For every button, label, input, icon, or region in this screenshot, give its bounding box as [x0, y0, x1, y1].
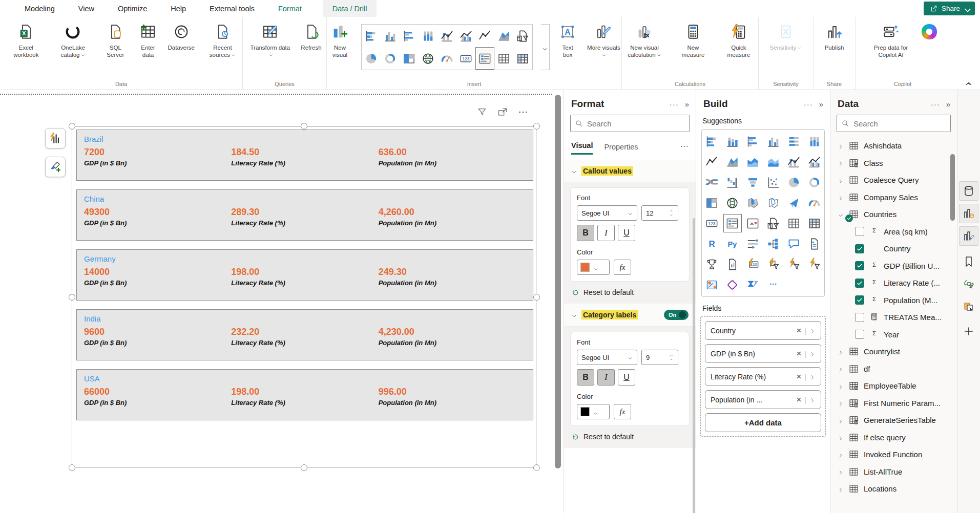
data-pane-scrollbar[interactable] [950, 154, 955, 221]
collapse-ribbon-icon[interactable] [964, 80, 973, 87]
visual-type-globe[interactable] [722, 193, 743, 213]
format-tab-visual[interactable]: Visual [571, 141, 593, 155]
field-well-country[interactable]: Country×| [705, 321, 821, 340]
field-item-year[interactable]: ΣYear [830, 326, 957, 344]
visual-type-waterfall[interactable] [722, 172, 743, 193]
visual-type-bolt-dot-filter[interactable] [804, 254, 825, 274]
reset-to-default-link[interactable]: Reset to default [570, 426, 690, 442]
visual-type-stacked-bar[interactable] [702, 131, 722, 152]
color-picker[interactable] [577, 260, 610, 275]
visual-type-pie[interactable] [784, 172, 804, 193]
visual-type-gauge[interactable] [804, 193, 825, 213]
gallery-visual-gauge[interactable] [437, 47, 456, 70]
ribbon-button-transform-data[interactable]: Transform data [247, 23, 293, 59]
font-size-stepper[interactable]: 9 [641, 350, 678, 365]
visual-type-scatter[interactable] [763, 172, 784, 193]
menu-item-format[interactable]: Format [276, 2, 304, 16]
card-row-china[interactable]: China49300GDP (in $ Bn)289.30Literacy Ra… [76, 189, 533, 241]
visual-type-r-script[interactable]: R [702, 233, 722, 254]
visual-type-bolt-filter[interactable] [763, 254, 784, 274]
table-item-if-else-query[interactable]: If else query [830, 429, 957, 446]
visual-type-decomposition-tree[interactable] [763, 233, 784, 254]
visual-type-stacked-area[interactable] [743, 152, 763, 172]
chevron-right-icon[interactable] [838, 452, 844, 458]
format-search-input[interactable] [587, 119, 685, 128]
copilot-logo-icon[interactable] [922, 24, 937, 39]
field-checkbox[interactable] [855, 227, 864, 236]
card-row-germany[interactable]: Germany14000GDP (in $ Bn)198.00Literacy … [76, 249, 533, 301]
table-item-company-sales[interactable]: Company Sales [830, 189, 957, 206]
ribbon-button-refresh[interactable]: Refresh [301, 23, 321, 51]
data-search-input[interactable] [853, 119, 946, 128]
visual-type-pct-column[interactable] [804, 131, 825, 152]
table-item-locations[interactable]: Locations [830, 480, 957, 498]
gallery-visual-line-clustered-column[interactable] [456, 25, 475, 47]
selection-handle[interactable] [301, 464, 307, 471]
table-item-countries[interactable]: Countries [830, 206, 957, 223]
visual-type-shape-map[interactable] [763, 193, 784, 213]
gallery-visual-globe[interactable] [419, 47, 437, 70]
visual-type-power-apps[interactable] [722, 274, 743, 295]
visual-type-paginated[interactable] [722, 254, 743, 274]
visual-type-multi-row-card[interactable] [722, 213, 743, 233]
font-family-select[interactable]: Segoe UI [577, 205, 637, 221]
visual-type-table[interactable] [784, 213, 804, 233]
canvas-scrollbar-thumb[interactable] [555, 95, 561, 468]
add-data-button[interactable]: +Add data [705, 413, 821, 432]
filter-icon[interactable] [476, 106, 488, 118]
visual-type-line[interactable] [702, 152, 722, 172]
format-pane-scrollbar[interactable] [693, 218, 695, 513]
ribbon-button-prep-data-for-copilot-ai[interactable]: Prep data for Copilot AI [868, 23, 913, 59]
more-horizontal-icon[interactable]: ··· [680, 142, 689, 155]
share-button[interactable]: Share [924, 2, 975, 15]
format-visual-button[interactable] [45, 157, 66, 177]
gallery-visual-pie[interactable] [362, 47, 381, 70]
field-item-population-m[interactable]: ΣPopulation (M... [830, 292, 957, 309]
remove-field-icon[interactable]: × [794, 326, 803, 336]
field-item-gdp-billion-u[interactable]: ΣGDP (Billion U... [830, 258, 957, 275]
visual-type-funnel[interactable] [743, 172, 763, 193]
gallery-visual-multi-row-card[interactable] [475, 47, 494, 70]
gallery-visual-matrix[interactable] [513, 47, 532, 70]
toggle-category-labels[interactable]: On [664, 310, 689, 320]
chevron-right-icon[interactable] [838, 383, 844, 389]
data-pane-toggle[interactable] [959, 181, 978, 201]
table-item-countrylist[interactable]: Countrylist [830, 343, 957, 360]
selection-handle[interactable] [301, 123, 307, 130]
chevron-right-icon[interactable] [838, 143, 844, 149]
field-checkbox[interactable] [855, 330, 864, 339]
visual-type-line-stacked-column[interactable] [784, 152, 804, 172]
remove-field-icon[interactable]: × [794, 395, 803, 405]
gallery-visual-card[interactable]: 123 [456, 47, 475, 70]
gallery-visual-clustered-bar[interactable] [400, 25, 419, 47]
ribbon-button-quick-measure[interactable]: Quick measure [719, 23, 758, 59]
reset-to-default-link[interactable]: Reset to default [570, 282, 690, 297]
visual-type-card[interactable]: 123 [702, 213, 722, 233]
style-b-button[interactable]: B [577, 369, 594, 386]
field-checkbox[interactable] [855, 261, 864, 270]
field-item-country[interactable]: Country [830, 240, 957, 258]
chevron-right-icon[interactable] [838, 468, 844, 475]
style-u-button[interactable]: U [618, 369, 635, 386]
style-i-button[interactable]: I [597, 369, 615, 386]
format-pane-toggle[interactable] [959, 226, 978, 246]
style-i-button[interactable]: I [597, 225, 615, 241]
field-item-literacy-rate[interactable]: ΣLiteracy Rate (... [830, 274, 957, 292]
field-checkbox[interactable] [855, 244, 864, 253]
field-item-area-sq-km[interactable]: ΣArea (sq km) [830, 223, 957, 241]
ribbon-button-enter-data[interactable]: Enter data [137, 23, 160, 59]
menu-item-optimize[interactable]: Optimize [116, 2, 149, 16]
report-canvas[interactable]: Brazil7200GDP (in $ Bn)184.50Literacy Ra… [0, 90, 552, 513]
ribbon-button-recent-sources[interactable]: Recent sources [203, 23, 242, 59]
visual-type-narrative[interactable] [804, 233, 825, 254]
visual-type-matrix[interactable] [804, 213, 825, 233]
visual-type-donut[interactable] [804, 172, 825, 193]
visual-type-more[interactable]: ··· [763, 274, 784, 295]
visual-type-filled-map[interactable] [743, 193, 763, 213]
menu-item-modeling[interactable]: Modeling [23, 2, 57, 16]
data-search[interactable] [837, 115, 951, 132]
visual-type-kpi[interactable] [743, 213, 763, 233]
selection-pane-toggle[interactable] [959, 297, 978, 317]
more-horizontal-icon[interactable]: ··· [804, 100, 813, 109]
visual-type-clustered-column[interactable] [763, 131, 784, 152]
